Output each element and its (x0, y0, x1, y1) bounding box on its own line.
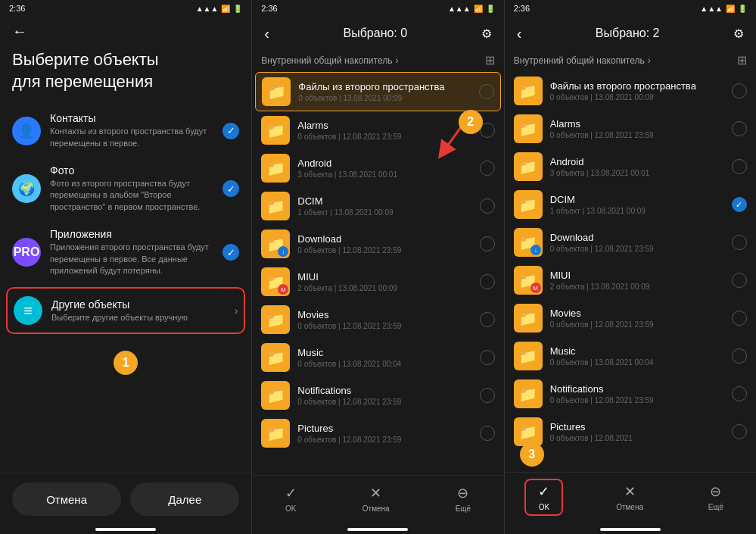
page-title-1: Выберите объектыдля перемещения (12, 49, 239, 92)
radio-3-4[interactable] (732, 235, 747, 250)
file-info-3-3: DCIM 1 объект | 13.08.2021 00:09 (550, 194, 732, 215)
folder-icon-2-3: 📁 (261, 192, 290, 220)
radio-2-9[interactable] (480, 426, 495, 441)
back-icon-3[interactable]: ‹ (511, 22, 528, 45)
ok-button-2[interactable]: ✓ OK (273, 482, 309, 516)
file-row-2-5[interactable]: 📁 M MIUI 2 объекта | 13.08.2021 00:09 (255, 263, 500, 301)
file-row-3-6[interactable]: 📁 Movies 0 объектов | 12.08.2021 23:59 (508, 299, 753, 337)
list-item-other[interactable]: ≡ Другие объекты Выберите другие объекты… (8, 289, 244, 333)
more-label-3: Ещё (708, 503, 723, 511)
file-row-2-0[interactable]: 📁 Файлы из второго пространства 0 объект… (255, 72, 500, 111)
radio-2-6[interactable] (480, 312, 495, 327)
wifi-icon-3: 📶 (726, 5, 735, 13)
file-row-3-9[interactable]: 📁 Pictures 0 объектов | 12.08.2021 (508, 413, 753, 451)
list-item-photos[interactable]: 🌍 Фото Фото из второго пространства буду… (6, 157, 245, 220)
filter-icon-2[interactable]: ⚙ (475, 23, 498, 44)
file-meta-3-1: 0 объектов | 12.08.2021 23:59 (550, 131, 732, 139)
ok-label-3: OK (539, 503, 549, 511)
status-icons-3: ▲▲▲ 📶 🔋 (700, 5, 747, 13)
filter-icon-3[interactable]: ⚙ (727, 23, 750, 44)
file-header-2: ‹ Выбрано: 0 ⚙ (252, 17, 503, 50)
file-info-3-6: Movies 0 объектов | 12.08.2021 23:59 (550, 308, 732, 329)
signal-icon-2: ▲▲▲ (448, 5, 471, 13)
file-meta-2-3: 1 объект | 13.08.2021 00:09 (297, 208, 479, 217)
file-row-3-3[interactable]: 📁 DCIM 1 объект | 13.08.2021 00:09 ✓ (508, 186, 753, 223)
grid-icon-3[interactable]: ⊞ (737, 53, 747, 67)
ok-icon-2: ✓ (285, 485, 297, 501)
folder-icon-2-5: 📁 M (261, 267, 290, 296)
cancel-button-3[interactable]: ✕ Отмена (604, 480, 655, 514)
panel-2: 2:36 ▲▲▲ 📶 🔋 ‹ Выбрано: 0 ⚙ Внутренний о… (252, 0, 503, 534)
folder-icon-3-3: 📁 (514, 190, 543, 219)
file-info-3-1: Alarms 0 объектов | 12.08.2021 23:59 (550, 118, 732, 139)
file-header-3: ‹ Выбрано: 2 ⚙ (505, 17, 756, 50)
back-button-1[interactable]: ← (0, 17, 251, 43)
radio-2-8[interactable] (480, 388, 495, 403)
file-row-3-2[interactable]: 📁 Android 3 объекта | 13.08.2021 00:01 (508, 148, 753, 186)
file-row-2-8[interactable]: 📁 Notifications 0 объектов | 12.08.2021 … (255, 376, 500, 414)
breadcrumb-3: Внутренний общий накопитель › ⊞ (505, 50, 756, 72)
radio-3-0[interactable] (732, 83, 747, 98)
file-row-3-4[interactable]: 📁 ↓ Download 0 объектов | 12.08.2021 23:… (508, 223, 753, 261)
file-info-2-9: Pictures 0 объектов | 12.08.2021 23:59 (297, 423, 479, 444)
file-info-3-9: Pictures 0 объектов | 12.08.2021 (550, 421, 732, 442)
ok-button-3[interactable]: ✓ OK (526, 480, 562, 514)
radio-3-3[interactable]: ✓ (732, 197, 747, 212)
file-row-2-3[interactable]: 📁 DCIM 1 объект | 13.08.2021 00:09 (255, 187, 500, 225)
folder-icon-3-6: 📁 (514, 304, 543, 333)
radio-3-6[interactable] (732, 311, 747, 326)
file-row-3-8[interactable]: 📁 Notifications 0 объектов | 12.08.2021 … (508, 375, 753, 413)
badge-blue-3-4: ↓ (530, 245, 541, 255)
file-meta-3-2: 3 объекта | 13.08.2021 00:01 (550, 169, 732, 177)
radio-3-1[interactable] (732, 121, 747, 136)
photos-check: ✓ (222, 180, 239, 197)
file-row-3-1[interactable]: 📁 Alarms 0 объектов | 12.08.2021 23:59 (508, 110, 753, 148)
radio-3-5[interactable] (732, 273, 747, 288)
folder-icon-3-1: 📁 (514, 114, 543, 143)
file-row-3-0[interactable]: 📁 Файлы из второго пространства 0 объект… (508, 72, 753, 110)
file-row-3-5[interactable]: 📁 M MIUI 2 объекта | 13.08.2021 00:09 (508, 261, 753, 299)
cancel-icon-2: ✕ (370, 485, 381, 501)
file-row-3-7[interactable]: 📁 Music 0 объектов | 13.08.2021 00:04 (508, 337, 753, 375)
file-row-2-4[interactable]: 📁 ↓ Download 0 объектов | 12.08.2021 23:… (255, 225, 500, 263)
file-row-2-7[interactable]: 📁 Music 0 объектов | 13.08.2021 00:04 (255, 339, 500, 376)
radio-3-9[interactable] (732, 424, 747, 439)
radio-3-7[interactable] (732, 348, 747, 364)
folder-icon-2-8: 📁 (261, 381, 290, 410)
more-button-3[interactable]: ⊖ Ещё (696, 480, 736, 514)
cancel-button-2[interactable]: ✕ Отмена (350, 482, 402, 516)
more-button-2[interactable]: ⊖ Ещё (443, 482, 483, 516)
folder-icon-3-0: 📁 (514, 77, 543, 105)
file-info-3-7: Music 0 объектов | 13.08.2021 00:04 (550, 345, 732, 367)
grid-icon-2[interactable]: ⊞ (485, 53, 495, 67)
status-bar-3: 2:36 ▲▲▲ 📶 🔋 (505, 0, 756, 17)
radio-2-7[interactable] (480, 350, 495, 365)
file-meta-2-0: 0 объектов | 13.08.2021 00:09 (298, 94, 478, 102)
photos-text: Фото Фото из второго пространства будут … (50, 164, 222, 213)
folder-icon-2-2: 📁 (261, 154, 290, 183)
list-item-contacts[interactable]: 👤 Контакты Контакты из второго пространс… (6, 105, 245, 157)
header-title-2: Выбрано: 0 (275, 27, 475, 40)
folder-icon-3-8: 📁 (514, 379, 543, 408)
panel-1: 2:36 ▲▲▲ 📶 🔋 ← Выберите объектыдля перем… (0, 0, 251, 534)
apps-check: ✓ (222, 244, 239, 261)
radio-2-3[interactable] (480, 198, 495, 214)
file-row-2-6[interactable]: 📁 Movies 0 объектов | 12.08.2021 23:59 (255, 301, 500, 339)
radio-2-0[interactable] (479, 84, 494, 99)
status-icons-1: ▲▲▲ 📶 🔋 (196, 5, 243, 13)
back-icon-2[interactable]: ‹ (258, 22, 275, 45)
file-name-2-9: Pictures (297, 423, 479, 434)
radio-3-8[interactable] (732, 386, 747, 401)
file-row-2-2[interactable]: 📁 Android 3 объекта | 13.08.2021 00:01 (255, 149, 500, 187)
file-row-2-9[interactable]: 📁 Pictures 0 объектов | 12.08.2021 23:59 (255, 414, 500, 452)
cancel-button-1[interactable]: Отмена (12, 482, 121, 516)
file-info-2-4: Download 0 объектов | 12.08.2021 23:59 (297, 233, 479, 255)
radio-2-5[interactable] (480, 274, 495, 289)
next-button-1[interactable]: Далее (130, 482, 239, 516)
other-subtitle: Выберите другие объекты вручную (51, 312, 235, 323)
radio-2-2[interactable] (480, 161, 495, 176)
list-item-apps[interactable]: PRO Приложения Приложения второго простр… (6, 220, 245, 284)
radio-3-2[interactable] (732, 159, 747, 174)
radio-2-4[interactable] (480, 236, 495, 251)
contacts-icon: 👤 (12, 117, 41, 145)
